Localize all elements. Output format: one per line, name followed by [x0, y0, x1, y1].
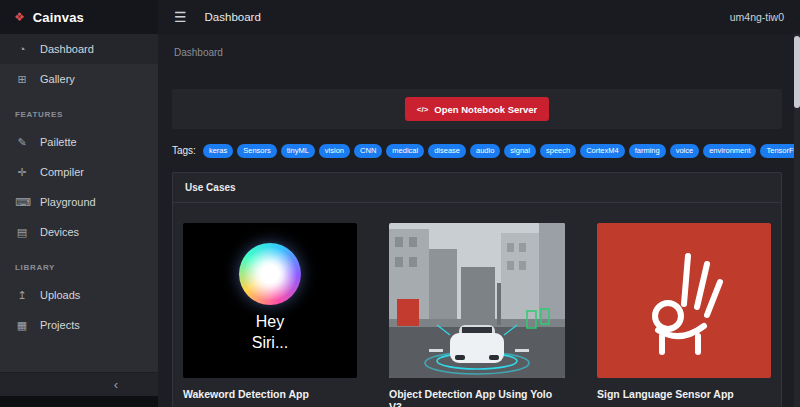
sidebar-item-projects[interactable]: ▦ Projects: [0, 310, 158, 340]
tag-speech[interactable]: speech: [540, 144, 576, 158]
tag-medical[interactable]: medical: [386, 144, 424, 158]
page-scrollbar-thumb[interactable]: [794, 36, 800, 108]
use-cases-panel: Use Cases Hey Siri... Wakeword Detection…: [172, 172, 782, 407]
tag-cortexm4[interactable]: CortexM4: [580, 144, 625, 158]
brand[interactable]: ❖ Cainvas: [0, 0, 158, 34]
tag-farming[interactable]: farming: [629, 144, 666, 158]
sidebar-section-features: FEATURES: [0, 94, 158, 127]
sidebar-item-devices[interactable]: ▤ Devices: [0, 217, 158, 247]
page-scrollbar-track: [794, 34, 800, 407]
card-title: Object Detection App Using Yolo V3: [389, 388, 565, 407]
object-detection-card-image: [389, 223, 565, 378]
chevron-left-icon: ‹: [114, 377, 118, 392]
sidebar-item-label: Projects: [40, 319, 80, 331]
tag-cnn[interactable]: CNN: [354, 144, 382, 158]
wakeword-card-image: Hey Siri...: [183, 223, 357, 378]
sidebar-footer-strip: [0, 396, 158, 407]
tag-audio[interactable]: audio: [470, 144, 500, 158]
notebook-server-banner: </> Open Notebook Server: [172, 89, 782, 129]
tag-disease[interactable]: disease: [428, 144, 466, 158]
header-bar: ☰ Dashboard um4ng-tiw0: [158, 0, 800, 34]
sidebar-item-pailette[interactable]: ✎ Pailette: [0, 127, 158, 157]
sidebar-item-dashboard[interactable]: ◔ Dashboard: [0, 34, 158, 64]
sidebar-item-label: Dashboard: [40, 43, 94, 55]
use-cases-grid: Hey Siri... Wakeword Detection App Custo…: [173, 203, 781, 407]
use-case-card-wakeword[interactable]: Hey Siri... Wakeword Detection App Custo…: [183, 223, 357, 407]
playground-icon: ⌨: [15, 196, 29, 209]
use-case-card-sign-language[interactable]: Sign Language Sensor App American Sign L…: [597, 223, 771, 407]
use-case-card-object-detection[interactable]: Object Detection App Using Yolo V3: [389, 223, 565, 407]
sidebar: ◔ Dashboard ⊞ Gallery FEATURES ✎ Pailett…: [0, 34, 158, 407]
sidebar-item-label: Playground: [40, 196, 96, 208]
brand-logo-icon: ❖: [14, 10, 25, 24]
breadcrumb: Dashboard: [158, 34, 800, 66]
sidebar-item-gallery[interactable]: ⊞ Gallery: [0, 64, 158, 94]
tag-voice[interactable]: voice: [670, 144, 700, 158]
tag-keras[interactable]: keras: [203, 144, 233, 158]
devices-icon: ▤: [15, 226, 29, 239]
sidebar-item-compiler[interactable]: ✛ Compiler: [0, 157, 158, 187]
code-icon: </>: [417, 105, 429, 114]
open-notebook-server-button[interactable]: </> Open Notebook Server: [405, 97, 550, 121]
open-notebook-server-label: Open Notebook Server: [434, 104, 537, 115]
sidebar-collapse-button[interactable]: ‹: [0, 372, 158, 396]
sidebar-item-label: Devices: [40, 226, 79, 238]
sidebar-item-label: Gallery: [40, 73, 75, 85]
main-content: Dashboard </> Open Notebook Server Tags:…: [158, 34, 800, 407]
dashboard-icon: ◔: [15, 43, 29, 55]
user-menu[interactable]: um4ng-tiw0: [730, 11, 784, 23]
projects-icon: ▦: [15, 319, 29, 332]
siri-caption: Hey Siri...: [252, 311, 288, 354]
tag-tinyml[interactable]: tinyML: [281, 144, 315, 158]
hand-ok-gesture-illustration: [636, 240, 732, 360]
use-cases-title: Use Cases: [173, 173, 781, 203]
card-title: Wakeword Detection App: [183, 388, 357, 402]
header-title: Dashboard: [205, 11, 261, 23]
menu-toggle-icon[interactable]: ☰: [174, 9, 187, 25]
compiler-icon: ✛: [15, 166, 29, 179]
upload-icon: ↥: [15, 289, 29, 302]
sign-language-card-image: [597, 223, 771, 378]
tags-label: Tags:: [172, 145, 196, 156]
city-street-detection-illustration: [389, 223, 565, 378]
app-window: ❖ Cainvas ☰ Dashboard um4ng-tiw0 ◔ Dashb…: [0, 0, 800, 407]
sidebar-item-uploads[interactable]: ↥ Uploads: [0, 280, 158, 310]
siri-caption-line: Hey: [252, 311, 288, 333]
siri-caption-line: Siri...: [252, 332, 288, 354]
sidebar-item-label: Uploads: [40, 289, 80, 301]
sidebar-item-label: Pailette: [40, 136, 77, 148]
tag-vision[interactable]: vision: [319, 144, 350, 158]
palette-icon: ✎: [15, 136, 29, 149]
gallery-icon: ⊞: [15, 73, 29, 86]
tag-sensors[interactable]: Sensors: [237, 144, 277, 158]
body-row: ◔ Dashboard ⊞ Gallery FEATURES ✎ Pailett…: [0, 34, 800, 407]
tags-row: Tags: keras Sensors tinyML vision CNN me…: [172, 144, 782, 158]
siri-orb-illustration: [239, 243, 301, 305]
sidebar-section-library: LIBRARY: [0, 247, 158, 280]
tag-environment[interactable]: environment: [703, 144, 756, 158]
tag-signal[interactable]: signal: [504, 144, 536, 158]
sidebar-item-playground[interactable]: ⌨ Playground: [0, 187, 158, 217]
card-title: Sign Language Sensor App: [597, 388, 771, 402]
sidebar-item-label: Compiler: [40, 166, 84, 178]
brand-name: Cainvas: [33, 10, 84, 25]
app-header: ❖ Cainvas ☰ Dashboard um4ng-tiw0: [0, 0, 800, 34]
